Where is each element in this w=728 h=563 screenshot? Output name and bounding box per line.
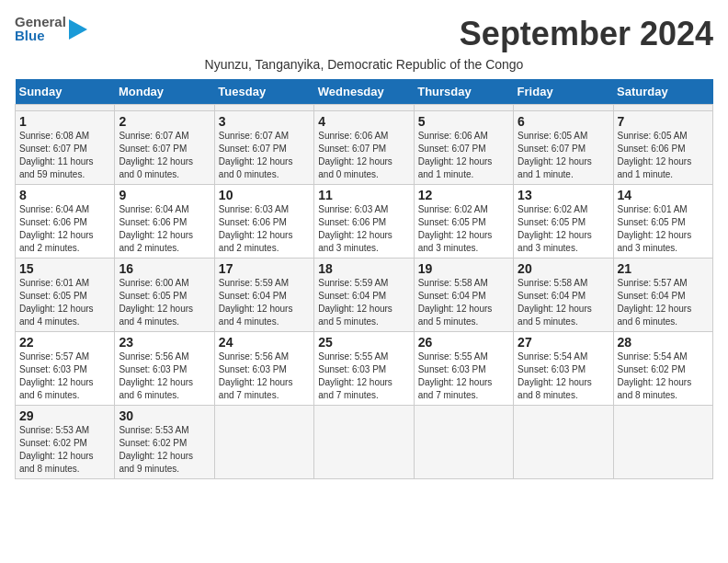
day-number: 6: [518, 114, 609, 129]
day-info: Sunrise: 6:08 AM Sunset: 6:07 PM Dayligh…: [19, 130, 110, 181]
day-info: Sunrise: 5:53 AM Sunset: 6:02 PM Dayligh…: [119, 424, 210, 476]
calendar-cell: 2Sunrise: 6:07 AM Sunset: 6:07 PM Daylig…: [115, 111, 214, 185]
day-number: 8: [19, 188, 110, 202]
day-number: 4: [318, 114, 409, 129]
day-info: Sunrise: 6:04 AM Sunset: 6:06 PM Dayligh…: [119, 203, 210, 255]
day-info: Sunrise: 5:58 AM Sunset: 6:04 PM Dayligh…: [418, 277, 509, 328]
calendar-cell: 26Sunrise: 5:55 AM Sunset: 6:03 PM Dayli…: [414, 332, 513, 406]
calendar-cell: 11Sunrise: 6:03 AM Sunset: 6:06 PM Dayli…: [314, 185, 414, 259]
weekday-header-thursday: Thursday: [414, 79, 513, 105]
calendar-cell: 20Sunrise: 5:58 AM Sunset: 6:04 PM Dayli…: [514, 259, 613, 332]
day-info: Sunrise: 6:03 AM Sunset: 6:06 PM Dayligh…: [219, 203, 310, 255]
calendar-cell: 4Sunrise: 6:06 AM Sunset: 6:07 PM Daylig…: [314, 111, 414, 185]
calendar-cell: 9Sunrise: 6:04 AM Sunset: 6:06 PM Daylig…: [115, 185, 214, 259]
day-number: 10: [219, 188, 310, 202]
calendar-cell: 27Sunrise: 5:54 AM Sunset: 6:03 PM Dayli…: [514, 332, 613, 406]
day-info: Sunrise: 6:01 AM Sunset: 6:05 PM Dayligh…: [19, 277, 110, 328]
calendar-cell: 23Sunrise: 5:56 AM Sunset: 6:03 PM Dayli…: [115, 332, 214, 406]
day-info: Sunrise: 5:57 AM Sunset: 6:03 PM Dayligh…: [19, 350, 110, 402]
calendar-cell: 19Sunrise: 5:58 AM Sunset: 6:04 PM Dayli…: [414, 259, 513, 332]
calendar-cell: [414, 105, 513, 111]
day-info: Sunrise: 5:56 AM Sunset: 6:03 PM Dayligh…: [219, 350, 310, 402]
day-number: 12: [418, 188, 509, 202]
day-info: Sunrise: 6:02 AM Sunset: 6:05 PM Dayligh…: [418, 203, 509, 255]
day-number: 21: [618, 261, 709, 276]
day-number: 20: [518, 261, 609, 276]
calendar-cell: 21Sunrise: 5:57 AM Sunset: 6:04 PM Dayli…: [613, 259, 712, 332]
calendar-cell: [613, 406, 712, 479]
calendar-cell: 7Sunrise: 6:05 AM Sunset: 6:06 PM Daylig…: [613, 111, 712, 185]
weekday-header-friday: Friday: [514, 79, 613, 105]
calendar-cell: 3Sunrise: 6:07 AM Sunset: 6:07 PM Daylig…: [214, 111, 313, 185]
calendar-cell: 1Sunrise: 6:08 AM Sunset: 6:07 PM Daylig…: [16, 111, 115, 185]
day-info: Sunrise: 5:55 AM Sunset: 6:03 PM Dayligh…: [418, 350, 509, 402]
day-info: Sunrise: 5:56 AM Sunset: 6:03 PM Dayligh…: [119, 350, 210, 402]
day-info: Sunrise: 6:05 AM Sunset: 6:07 PM Dayligh…: [518, 130, 609, 181]
logo-general: General: [15, 15, 66, 29]
day-number: 1: [19, 114, 110, 129]
day-info: Sunrise: 6:01 AM Sunset: 6:05 PM Dayligh…: [618, 203, 709, 255]
calendar-cell: [414, 406, 513, 479]
day-number: 30: [119, 408, 210, 423]
calendar-cell: 18Sunrise: 5:59 AM Sunset: 6:04 PM Dayli…: [314, 259, 414, 332]
day-info: Sunrise: 5:57 AM Sunset: 6:04 PM Dayligh…: [618, 277, 709, 328]
title-block: September 2024: [460, 15, 713, 53]
day-info: Sunrise: 5:59 AM Sunset: 6:04 PM Dayligh…: [318, 277, 409, 328]
day-info: Sunrise: 6:06 AM Sunset: 6:07 PM Dayligh…: [318, 130, 409, 181]
page-header: General Blue September 2024: [15, 15, 713, 53]
day-info: Sunrise: 5:58 AM Sunset: 6:04 PM Dayligh…: [518, 277, 609, 328]
calendar-cell: 5Sunrise: 6:06 AM Sunset: 6:07 PM Daylig…: [414, 111, 513, 185]
calendar-cell: [115, 105, 214, 111]
day-number: 3: [219, 114, 310, 129]
weekday-header-sunday: Sunday: [16, 79, 115, 105]
day-number: 5: [418, 114, 509, 129]
weekday-header-tuesday: Tuesday: [214, 79, 313, 105]
day-number: 7: [618, 114, 709, 129]
weekday-header-saturday: Saturday: [613, 79, 712, 105]
day-number: 28: [618, 335, 709, 350]
location-subtitle: Nyunzu, Tanganyika, Democratic Republic …: [15, 57, 713, 72]
day-number: 25: [318, 335, 409, 350]
day-number: 9: [119, 188, 210, 202]
day-info: Sunrise: 5:53 AM Sunset: 6:02 PM Dayligh…: [19, 424, 110, 476]
day-info: Sunrise: 6:05 AM Sunset: 6:06 PM Dayligh…: [618, 130, 709, 181]
calendar-cell: 25Sunrise: 5:55 AM Sunset: 6:03 PM Dayli…: [314, 332, 414, 406]
calendar-cell: 13Sunrise: 6:02 AM Sunset: 6:05 PM Dayli…: [514, 185, 613, 259]
calendar-cell: [214, 105, 313, 111]
day-info: Sunrise: 5:59 AM Sunset: 6:04 PM Dayligh…: [219, 277, 310, 328]
calendar-week-row: 8Sunrise: 6:04 AM Sunset: 6:06 PM Daylig…: [16, 185, 713, 259]
day-info: Sunrise: 6:06 AM Sunset: 6:07 PM Dayligh…: [418, 130, 509, 181]
day-number: 17: [219, 261, 310, 276]
day-number: 26: [418, 335, 509, 350]
calendar-cell: 22Sunrise: 5:57 AM Sunset: 6:03 PM Dayli…: [16, 332, 115, 406]
calendar-cell: [613, 105, 712, 111]
day-number: 2: [119, 114, 210, 129]
calendar-cell: 29Sunrise: 5:53 AM Sunset: 6:02 PM Dayli…: [16, 406, 115, 479]
logo-blue: Blue: [15, 29, 66, 42]
calendar-cell: 10Sunrise: 6:03 AM Sunset: 6:06 PM Dayli…: [214, 185, 313, 259]
day-info: Sunrise: 5:54 AM Sunset: 6:02 PM Dayligh…: [618, 350, 709, 402]
calendar-cell: 16Sunrise: 6:00 AM Sunset: 6:05 PM Dayli…: [115, 259, 214, 332]
calendar-cell: [16, 105, 115, 111]
calendar-cell: 17Sunrise: 5:59 AM Sunset: 6:04 PM Dayli…: [214, 259, 313, 332]
calendar-week-row: 22Sunrise: 5:57 AM Sunset: 6:03 PM Dayli…: [16, 332, 713, 406]
calendar-week-row: 29Sunrise: 5:53 AM Sunset: 6:02 PM Dayli…: [16, 406, 713, 479]
day-info: Sunrise: 5:54 AM Sunset: 6:03 PM Dayligh…: [518, 350, 609, 402]
day-info: Sunrise: 6:07 AM Sunset: 6:07 PM Dayligh…: [119, 130, 210, 181]
day-info: Sunrise: 6:07 AM Sunset: 6:07 PM Dayligh…: [219, 130, 310, 181]
calendar-cell: [314, 406, 414, 479]
day-number: 15: [19, 261, 110, 276]
calendar-cell: 6Sunrise: 6:05 AM Sunset: 6:07 PM Daylig…: [514, 111, 613, 185]
calendar-cell: [214, 406, 313, 479]
calendar-week-row: 1Sunrise: 6:08 AM Sunset: 6:07 PM Daylig…: [16, 111, 713, 185]
calendar-cell: 15Sunrise: 6:01 AM Sunset: 6:05 PM Dayli…: [16, 259, 115, 332]
calendar-week-row: [16, 105, 713, 111]
calendar-cell: 28Sunrise: 5:54 AM Sunset: 6:02 PM Dayli…: [613, 332, 712, 406]
calendar-cell: 24Sunrise: 5:56 AM Sunset: 6:03 PM Dayli…: [214, 332, 313, 406]
weekday-header-wednesday: Wednesday: [314, 79, 414, 105]
day-info: Sunrise: 6:03 AM Sunset: 6:06 PM Dayligh…: [318, 203, 409, 255]
calendar-week-row: 15Sunrise: 6:01 AM Sunset: 6:05 PM Dayli…: [16, 259, 713, 332]
day-number: 11: [318, 188, 409, 202]
month-title: September 2024: [460, 15, 713, 53]
calendar-cell: [314, 105, 414, 111]
